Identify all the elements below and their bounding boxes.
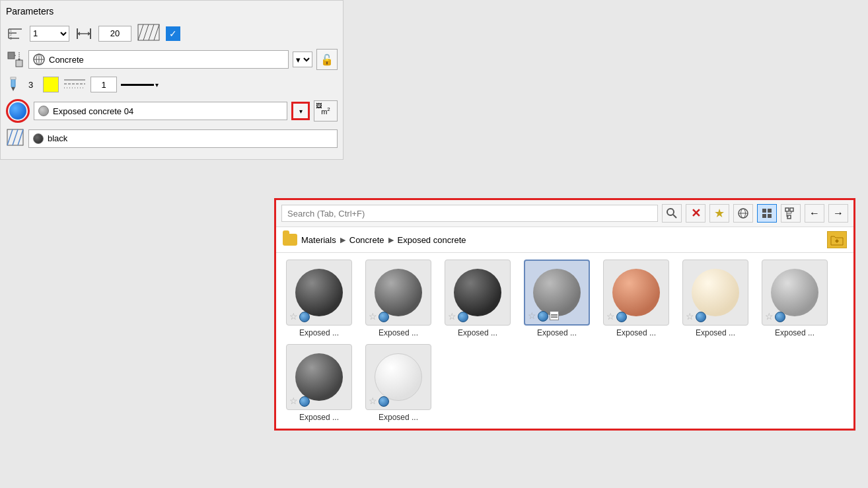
parameters-panel: Parameters 1 2 3 1 — [0, 0, 344, 160]
star-icon: ☆ — [606, 312, 615, 322]
sphere-icons: ☆ — [686, 312, 706, 322]
material-sphere — [295, 353, 343, 401]
selected-material-indicator — [6, 99, 30, 123]
color-swatch[interactable] — [43, 77, 59, 92]
list-item[interactable]: ☆ Exposed ... — [283, 260, 355, 337]
globe-small-icon — [616, 312, 627, 322]
material-sphere — [612, 269, 660, 316]
list-item[interactable]: ☆ Exposed ... — [521, 260, 593, 337]
second-material-name: black — [48, 133, 67, 143]
params-row-1: 1 2 3 1 20 — [6, 23, 338, 44]
globe-icon — [737, 207, 749, 219]
svg-rect-28 — [11, 77, 16, 79]
svg-marker-27 — [11, 87, 15, 91]
svg-line-15 — [149, 24, 154, 40]
globe-small-icon — [775, 312, 785, 322]
doc-icon — [550, 311, 559, 320]
material-sphere-container: ☆ — [603, 260, 669, 326]
material-sphere-container: ☆ — [286, 260, 352, 326]
svg-line-37 — [673, 215, 676, 218]
svg-line-33 — [7, 129, 13, 145]
search-icon — [666, 207, 678, 219]
transform-icon — [6, 50, 24, 69]
current-material-name: Exposed concrete 04 — [53, 106, 133, 116]
panel-title: Parameters — [6, 6, 338, 17]
lock-button[interactable]: 🔓 — [316, 49, 338, 70]
second-material-globe-icon — [33, 133, 44, 144]
breadcrumb-root[interactable]: Materials — [301, 235, 336, 245]
material-dropdown[interactable]: ▾ — [293, 52, 312, 67]
hatch-pattern-icon — [137, 23, 161, 44]
hatch-enabled-checkbox[interactable]: ✓ — [166, 26, 180, 41]
list-item[interactable]: ☆ Exposed ... — [679, 260, 752, 337]
spacing-value-input[interactable]: 20 — [98, 26, 131, 42]
material-dropdown-btn[interactable]: ▾ — [291, 102, 310, 120]
favorites-button[interactable]: ★ — [709, 204, 729, 223]
material-label: Exposed ... — [616, 328, 656, 337]
breadcrumb-level1[interactable]: Concrete — [349, 235, 384, 245]
browser-search-row: ✕ ★ — [276, 200, 853, 227]
svg-point-36 — [667, 209, 674, 215]
hierarchy-icon — [785, 207, 797, 219]
material-label: Exposed ... — [379, 413, 418, 422]
svg-rect-42 — [768, 209, 772, 213]
list-view-button[interactable] — [757, 204, 777, 223]
browser-breadcrumb: Materials ▶ Concrete ▶ Exposed concrete — [276, 227, 853, 253]
second-material-box[interactable]: black — [28, 129, 338, 148]
material-sphere — [692, 269, 739, 316]
globe-small-icon — [458, 312, 468, 322]
svg-line-34 — [13, 129, 18, 145]
list-item[interactable]: ☆ Exposed ... — [362, 260, 435, 337]
params-row-3: 3 1 ▾ — [6, 75, 338, 94]
breadcrumb-arrow-1: ▶ — [340, 236, 345, 244]
sphere-icons: ☆ — [606, 312, 627, 322]
list-item[interactable]: ☆ Exposed ... — [441, 260, 514, 337]
save-to-folder-button[interactable] — [827, 231, 847, 248]
breadcrumb-level2[interactable]: Exposed concrete — [398, 235, 466, 245]
material-sphere-container: ☆ — [286, 344, 352, 410]
sphere-icons: ☆ — [765, 312, 785, 322]
scale-value-select[interactable]: 1 — [30, 26, 69, 42]
sphere-icons: ☆ — [448, 312, 468, 322]
m2-button[interactable]: m2 🖼 — [314, 100, 338, 122]
material-sphere — [295, 269, 343, 316]
svg-rect-41 — [762, 209, 766, 213]
grid-view-icon — [761, 207, 773, 219]
list-item[interactable]: ☆ Exposed ... — [362, 344, 435, 422]
star-icon: ☆ — [289, 312, 298, 322]
web-materials-button[interactable] — [733, 204, 753, 223]
params-row-2: Concrete ▾ 🔓 — [6, 49, 338, 70]
list-item[interactable]: ☆ Exposed ... — [283, 344, 355, 422]
clear-search-button[interactable]: ✕ — [686, 204, 705, 223]
list-item[interactable]: ☆ Exposed ... — [600, 260, 672, 337]
back-button[interactable]: ← — [805, 204, 824, 223]
star-icon: ☆ — [448, 312, 456, 322]
svg-line-16 — [154, 24, 159, 40]
material-search-input[interactable] — [281, 205, 658, 222]
sphere-icons: ☆ — [289, 312, 310, 322]
material-sphere — [375, 269, 422, 316]
star-icon: ☆ — [369, 312, 377, 322]
svg-rect-44 — [768, 214, 772, 218]
globe-small-icon — [379, 396, 389, 407]
material-selector[interactable]: Concrete — [28, 50, 289, 69]
current-material-globe-icon — [38, 106, 49, 116]
svg-rect-17 — [8, 52, 15, 59]
list-item[interactable]: ☆ Exposed ... — [758, 260, 831, 337]
svg-text:3: 3 — [10, 36, 12, 40]
material-sphere — [533, 269, 581, 316]
current-material-box[interactable]: Exposed concrete 04 — [34, 102, 287, 120]
hierarchy-button[interactable] — [781, 204, 801, 223]
globe-icon — [33, 53, 45, 65]
svg-rect-18 — [16, 60, 22, 67]
star-icon: ☆ — [369, 396, 377, 407]
svg-rect-12 — [138, 24, 159, 40]
line-weight-input[interactable]: 1 — [90, 77, 117, 92]
line-count-value: 3 — [28, 80, 39, 90]
svg-line-13 — [138, 24, 143, 40]
svg-rect-45 — [785, 208, 789, 211]
scale-lines-icon: 1 2 3 — [6, 24, 24, 43]
search-button[interactable] — [662, 204, 682, 223]
material-sphere-container: ☆ — [762, 260, 828, 326]
forward-button[interactable]: → — [828, 204, 848, 223]
